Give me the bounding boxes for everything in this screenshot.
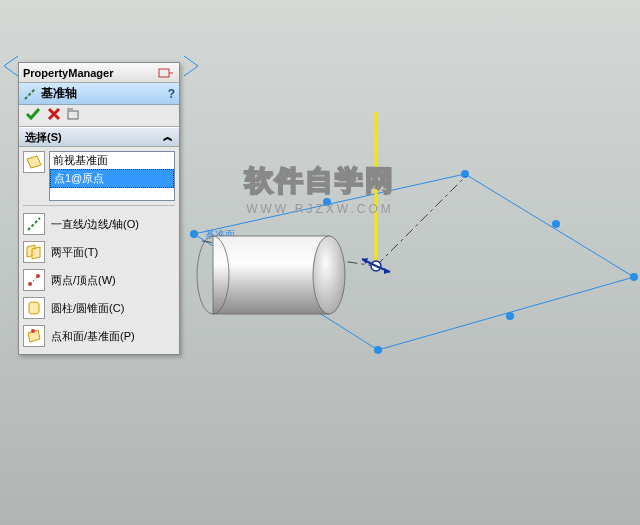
option-label: 点和面/基准面(P) xyxy=(51,329,135,344)
ok-button[interactable] xyxy=(25,106,41,125)
svg-line-21 xyxy=(30,276,38,284)
option-label: 圆柱/圆锥面(C) xyxy=(51,301,124,316)
plane-handle[interactable] xyxy=(630,273,638,281)
option-label: 一直线/边线/轴(O) xyxy=(51,217,139,232)
svg-point-1 xyxy=(313,236,345,314)
pin-icon[interactable] xyxy=(157,66,175,80)
property-manager-panel: PropertyManager 基准轴 ? 选择(S) ︽ 前视基准面 xyxy=(18,62,180,355)
line-icon xyxy=(23,213,45,235)
plane-handle[interactable] xyxy=(323,198,331,206)
origin-triad[interactable] xyxy=(362,258,390,274)
cylinder-body[interactable] xyxy=(197,236,345,314)
selection-listbox[interactable]: 前视基准面 点1@原点 xyxy=(49,151,175,201)
confirm-row xyxy=(19,105,179,127)
corner-arrow xyxy=(4,56,18,76)
plane-handle[interactable] xyxy=(374,346,382,354)
two-points-icon xyxy=(23,269,45,291)
corner-arrow xyxy=(184,56,198,76)
svg-marker-18 xyxy=(32,247,40,259)
axis-z xyxy=(376,176,466,266)
selection-item[interactable]: 前视基准面 xyxy=(50,152,174,169)
option-two-points[interactable]: 两点/顶点(W) xyxy=(23,266,175,294)
svg-rect-0 xyxy=(213,236,329,314)
section-title: 选择(S) xyxy=(25,130,62,145)
option-point-face[interactable]: 点和面/基准面(P) xyxy=(23,322,175,350)
option-cylinder-cone[interactable]: 圆柱/圆锥面(C) xyxy=(23,294,175,322)
cancel-button[interactable] xyxy=(47,107,61,124)
svg-rect-13 xyxy=(68,111,78,119)
point-face-icon xyxy=(23,325,45,347)
feature-name: 基准轴 xyxy=(41,85,77,102)
selection-section-header[interactable]: 选择(S) ︽ xyxy=(19,127,179,147)
collapse-icon[interactable]: ︽ xyxy=(163,130,173,144)
svg-point-24 xyxy=(31,329,35,333)
svg-rect-8 xyxy=(159,69,169,77)
selection-body: 前视基准面 点1@原点 一直线/边线/轴(O) 两平面(T) 两点/顶点(W) xyxy=(19,147,179,354)
svg-marker-15 xyxy=(27,156,41,168)
cylinder-icon xyxy=(23,297,45,319)
option-two-planes[interactable]: 两平面(T) xyxy=(23,238,175,266)
option-line-edge-axis[interactable]: 一直线/边线/轴(O) xyxy=(23,210,175,238)
plane-handle[interactable] xyxy=(506,312,514,320)
svg-line-10 xyxy=(25,89,35,99)
selection-item-highlighted[interactable]: 点1@原点 xyxy=(50,169,174,188)
plane-handle[interactable] xyxy=(552,220,560,228)
option-label: 两平面(T) xyxy=(51,245,98,260)
detail-button[interactable] xyxy=(67,107,83,124)
panel-titlebar[interactable]: PropertyManager xyxy=(19,63,179,83)
option-label: 两点/顶点(W) xyxy=(51,273,116,288)
help-icon[interactable]: ? xyxy=(168,87,175,101)
svg-line-16 xyxy=(28,218,40,230)
two-planes-icon xyxy=(23,241,45,263)
reference-icon[interactable] xyxy=(23,151,45,173)
feature-header: 基准轴 ? xyxy=(19,83,179,105)
plane-handle[interactable] xyxy=(190,230,198,238)
panel-title: PropertyManager xyxy=(23,67,113,79)
axis-icon xyxy=(23,87,37,101)
